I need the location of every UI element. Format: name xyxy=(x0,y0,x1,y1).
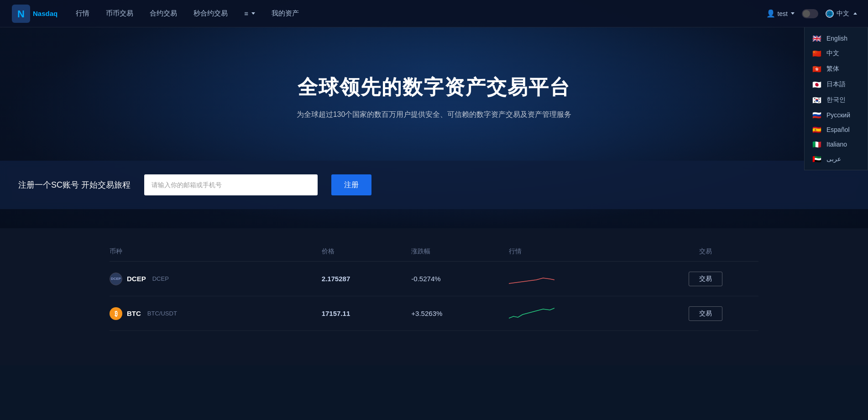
lang-label-italian: Italiano xyxy=(826,141,847,148)
lang-label-english: English xyxy=(826,35,847,42)
flag-traditional: 🇭🇰 xyxy=(812,65,822,73)
logo-text: Nasdaq xyxy=(33,10,58,17)
flag-japanese: 🇯🇵 xyxy=(812,81,822,88)
lang-item-italian[interactable]: 🇮🇹 Italiano xyxy=(805,137,868,152)
flag-english: 🇬🇧 xyxy=(812,35,822,42)
username: test xyxy=(777,10,788,17)
flag-arabic: 🇦🇪 xyxy=(812,155,822,163)
more-chevron-icon xyxy=(251,12,255,15)
logo[interactable]: N Nasdaq xyxy=(11,4,58,24)
lang-label-chinese: 中文 xyxy=(826,49,839,58)
col-header-change: 涨跌幅 xyxy=(411,242,509,262)
register-section: 注册一个SC账号 开始交易旅程 注册 xyxy=(0,161,868,209)
navbar: N Nasdaq 行情 币币交易 合约交易 秒合约交易 ≡ 我的资产 👤 tes… xyxy=(0,0,868,27)
sparkline-dcep xyxy=(509,262,652,296)
col-header-trade: 交易 xyxy=(652,242,758,262)
price-dcep: 2.175287 xyxy=(322,262,412,296)
table-row: ₿ BTC BTC/USDT 17157.11 +3.5263% 交易 xyxy=(110,296,758,331)
trade-cell-btc: 交易 xyxy=(652,296,758,331)
lang-label-korean: 한국인 xyxy=(826,96,846,104)
logo-icon: N xyxy=(11,4,31,24)
change-dcep: -0.5274% xyxy=(411,262,509,296)
lang-item-english[interactable]: 🇬🇧 English xyxy=(805,31,868,46)
lang-item-korean[interactable]: 🇰🇷 한국인 xyxy=(805,92,868,108)
coin-cell-dcep: DCEP DCEP DCEP xyxy=(110,262,322,296)
lang-dropdown: 🇬🇧 English 🇨🇳 中文 🇭🇰 繁体 🇯🇵 日本語 🇰🇷 한국인 🇷🇺 … xyxy=(804,27,868,170)
trade-cell-dcep: 交易 xyxy=(652,262,758,296)
lang-item-arabic[interactable]: 🇦🇪 عربى xyxy=(805,152,868,166)
nav-item-spot[interactable]: 币币交易 xyxy=(106,9,133,18)
flag-chinese: 🇨🇳 xyxy=(812,50,822,57)
lang-item-spanish[interactable]: 🇪🇸 Español xyxy=(805,122,868,137)
lang-label-russian: Русский xyxy=(826,111,850,119)
lang-label-traditional: 繁体 xyxy=(826,65,839,73)
price-btc: 17157.11 xyxy=(322,296,412,331)
nav-item-futures[interactable]: 合约交易 xyxy=(150,9,177,18)
table-row: DCEP DCEP DCEP 2.175287 -0.5274% 交易 xyxy=(110,262,758,296)
lang-label: 中文 xyxy=(837,10,849,18)
trade-button-dcep[interactable]: 交易 xyxy=(689,272,722,286)
lang-item-russian[interactable]: 🇷🇺 Русский xyxy=(805,108,868,122)
flag-spanish: 🇪🇸 xyxy=(812,126,822,133)
nav-right: 👤 test 🌐 中文 xyxy=(766,9,857,18)
change-btc: +3.5263% xyxy=(411,296,509,331)
user-chevron-icon xyxy=(791,12,795,15)
theme-toggle[interactable] xyxy=(802,9,818,18)
lang-item-japanese[interactable]: 🇯🇵 日本語 xyxy=(805,77,868,92)
market-section: 币种 价格 涨跌幅 行情 交易 DCEP DCEP DCEP 2.175287 … xyxy=(0,228,868,365)
nav-menu: 行情 币币交易 合约交易 秒合约交易 ≡ 我的资产 xyxy=(76,9,766,18)
col-header-market: 行情 xyxy=(509,242,652,262)
trade-button-btc[interactable]: 交易 xyxy=(689,306,722,321)
register-button[interactable]: 注册 xyxy=(331,174,371,195)
hero-title: 全球领先的数字资产交易平台 xyxy=(297,74,572,101)
nav-item-second[interactable]: 秒合约交易 xyxy=(193,9,228,18)
hero-content: 全球领先的数字资产交易平台 为全球超过130个国家的数百万用户提供安全、可信赖的… xyxy=(288,47,581,152)
lang-item-chinese[interactable]: 🇨🇳 中文 xyxy=(805,46,868,61)
lang-item-traditional[interactable]: 🇭🇰 繁体 xyxy=(805,61,868,77)
market-table: 币种 价格 涨跌幅 行情 交易 DCEP DCEP DCEP 2.175287 … xyxy=(110,242,758,331)
col-header-price: 价格 xyxy=(322,242,412,262)
coin-name-btc: BTC xyxy=(127,310,141,317)
coin-pair-btc: BTC/USDT xyxy=(147,310,177,317)
user-icon: 👤 xyxy=(766,9,775,18)
coin-name-dcep: DCEP xyxy=(127,275,146,283)
register-email-input[interactable] xyxy=(144,174,318,195)
lang-label-spanish: Español xyxy=(826,126,850,133)
register-label: 注册一个SC账号 开始交易旅程 xyxy=(18,179,131,190)
globe-icon: 🌐 xyxy=(826,10,834,18)
lang-chevron-icon xyxy=(853,12,857,15)
lang-label-arabic: عربى xyxy=(826,155,841,163)
coin-pair-dcep: DCEP xyxy=(152,275,169,282)
col-header-coin: 币种 xyxy=(110,242,322,262)
svg-text:N: N xyxy=(17,8,25,19)
coin-icon-dcep: DCEP xyxy=(110,273,122,285)
nav-item-assets[interactable]: 我的资产 xyxy=(272,9,299,18)
user-menu[interactable]: 👤 test xyxy=(766,9,795,18)
flag-korean: 🇰🇷 xyxy=(812,96,822,104)
sparkline-btc xyxy=(509,296,652,331)
coin-cell-btc: ₿ BTC BTC/USDT xyxy=(110,296,322,331)
coin-icon-btc: ₿ xyxy=(110,307,122,320)
flag-russian: 🇷🇺 xyxy=(812,111,822,119)
lang-label-japanese: 日本語 xyxy=(826,80,846,89)
flag-italian: 🇮🇹 xyxy=(812,141,822,148)
nav-item-more[interactable]: ≡ xyxy=(244,10,255,17)
hero-section: 全球领先的数字资产交易平台 为全球超过130个国家的数百万用户提供安全、可信赖的… xyxy=(0,0,868,228)
lang-selector[interactable]: 🌐 中文 xyxy=(826,10,857,18)
nav-item-market[interactable]: 行情 xyxy=(76,9,89,18)
hero-subtitle: 为全球超过130个国家的数百万用户提供安全、可信赖的数字资产交易及资产管理服务 xyxy=(297,110,572,120)
